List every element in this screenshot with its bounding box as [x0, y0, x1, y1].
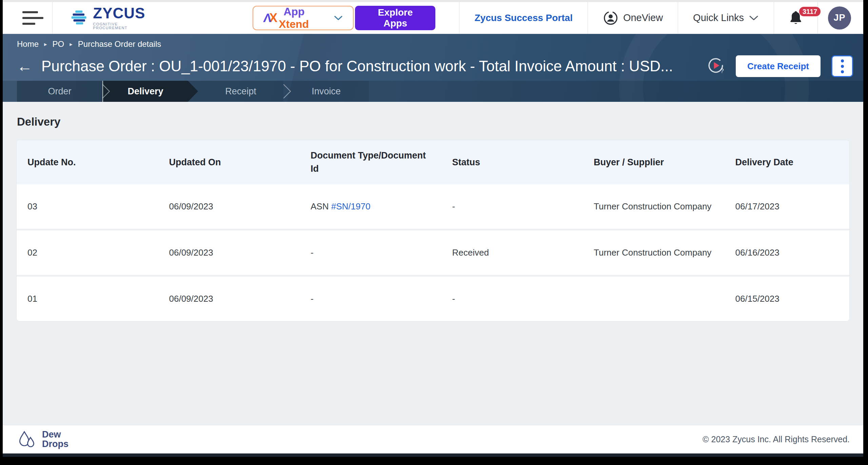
- oneview-icon: [603, 10, 618, 26]
- explore-apps-button[interactable]: Explore Apps: [355, 6, 435, 30]
- bottom-strip: [3, 453, 863, 457]
- video-tour-icon[interactable]: ?: [707, 56, 725, 76]
- col-document: Document Type/Document Id: [300, 140, 441, 184]
- po-title-row: ← Purchase Order : OU_1-001/23/1970 - PO…: [3, 49, 863, 80]
- cell-delivery-date: 06/16/2023: [725, 230, 849, 276]
- cell-updated-on: 06/09/2023: [158, 184, 300, 230]
- breadcrumb: Home ▸ PO ▸ Purchase Order details: [3, 34, 863, 49]
- success-portal-link[interactable]: Zycus Success Portal: [459, 2, 587, 34]
- dew-drops-icon: [17, 430, 37, 449]
- doc-type: -: [311, 247, 314, 258]
- cell-update-no: 01: [17, 276, 158, 321]
- appxtend-label-app: App: [283, 5, 304, 18]
- tab-order[interactable]: Order: [17, 81, 102, 102]
- delivery-table-card: Update No. Updated On Document Type/Docu…: [16, 140, 850, 321]
- notification-count-badge: 3117: [799, 7, 821, 16]
- nav-divider: [52, 2, 53, 34]
- quick-links-dropdown[interactable]: Quick Links: [678, 2, 774, 34]
- col-buyer-supplier: Buyer / Supplier: [583, 140, 725, 184]
- table-row: 03 06/09/2023 ASN #SN/1970 - Turner Cons…: [17, 184, 849, 230]
- svg-text:?: ?: [720, 68, 724, 74]
- zycus-logo[interactable]: ZYCUS COGNITIVE PROCUREMENT: [70, 6, 151, 30]
- cell-updated-on: 06/09/2023: [158, 230, 300, 276]
- cell-status: Received: [441, 230, 583, 276]
- table-row: 01 06/09/2023 - - 06/15/2023: [17, 276, 849, 321]
- top-nav: ZYCUS COGNITIVE PROCUREMENT ΛX App Xtend: [3, 0, 863, 34]
- create-receipt-button[interactable]: Create Receipt: [736, 55, 821, 77]
- breadcrumb-home[interactable]: Home: [17, 39, 39, 49]
- table-row: 02 06/09/2023 - Received Turner Construc…: [17, 230, 849, 276]
- breadcrumb-po[interactable]: PO: [53, 39, 64, 49]
- oneview-link[interactable]: OneView: [588, 2, 678, 34]
- nav-divider: [817, 2, 818, 34]
- col-updated-on: Updated On: [158, 140, 300, 184]
- chevron-down-icon: [334, 15, 343, 21]
- back-arrow-icon[interactable]: ←: [17, 58, 33, 74]
- cell-delivery-date: 06/15/2023: [725, 276, 849, 321]
- chevron-down-icon: [749, 15, 759, 21]
- cell-buyer-supplier: [583, 276, 725, 321]
- po-hero-banner: Home ▸ PO ▸ Purchase Order details ← Pur…: [3, 34, 863, 102]
- nav-right-group: Zycus Success Portal OneView Quick Links: [459, 2, 863, 34]
- more-actions-kebab-icon[interactable]: [831, 55, 853, 77]
- footer: Dew Drops © 2023 Zycus Inc. All Rights R…: [3, 425, 863, 453]
- appxtend-mark-icon: ΛX: [263, 11, 277, 25]
- cell-update-no: 02: [17, 230, 158, 276]
- cell-delivery-date: 06/17/2023: [725, 184, 849, 230]
- hamburger-menu-icon[interactable]: [3, 2, 52, 34]
- tab-receipt[interactable]: Receipt: [188, 81, 283, 102]
- dew-logo-line2: Drops: [42, 440, 68, 449]
- main-content: Delivery Update No. Updated On Document …: [3, 102, 863, 425]
- dew-logo-line1: Dew: [42, 430, 68, 440]
- doc-type: ASN: [311, 201, 329, 211]
- tab-invoice[interactable]: Invoice: [283, 81, 369, 102]
- breadcrumb-separator: ▸: [44, 41, 47, 48]
- zycus-mark-icon: [70, 8, 88, 27]
- user-avatar[interactable]: JP: [828, 6, 851, 30]
- logo-tagline: COGNITIVE PROCUREMENT: [93, 22, 151, 30]
- cell-status: -: [441, 184, 583, 230]
- delivery-table: Update No. Updated On Document Type/Docu…: [17, 140, 849, 321]
- appxtend-label-xtend: Xtend: [279, 18, 309, 30]
- col-update-no: Update No.: [17, 140, 158, 184]
- dew-drops-logo: Dew Drops: [17, 430, 68, 449]
- tab-delivery[interactable]: Delivery: [102, 81, 198, 102]
- breadcrumb-current: Purchase Order details: [78, 39, 161, 49]
- col-delivery-date: Delivery Date: [725, 140, 849, 184]
- appxtend-dropdown[interactable]: ΛX App Xtend: [253, 6, 354, 30]
- notifications-button[interactable]: 3117: [774, 2, 817, 34]
- cell-status: -: [441, 276, 583, 321]
- page-title: Purchase Order : OU_1-001/23/1970 - PO f…: [41, 58, 698, 75]
- po-tab-bar: Order Delivery Receipt Invoice: [3, 81, 863, 102]
- copyright-text: © 2023 Zycus Inc. All Rights Reserved.: [703, 434, 850, 444]
- cell-buyer-supplier: Turner Construction Company: [583, 230, 725, 276]
- cell-buyer-supplier: Turner Construction Company: [583, 184, 725, 230]
- logo-name: ZYCUS: [93, 6, 151, 21]
- doc-type: -: [311, 294, 314, 304]
- breadcrumb-separator: ▸: [70, 41, 73, 48]
- cell-update-no: 03: [17, 184, 158, 230]
- cell-document: -: [300, 276, 441, 321]
- section-title: Delivery: [17, 115, 863, 128]
- cell-updated-on: 06/09/2023: [158, 276, 300, 321]
- document-link[interactable]: #SN/1970: [331, 201, 371, 211]
- appxtend-group: ΛX App Xtend Explore Apps: [253, 6, 435, 30]
- cell-document: -: [300, 230, 441, 276]
- browser-frame: ZYCUS COGNITIVE PROCUREMENT ΛX App Xtend: [0, 0, 868, 465]
- app-window: ZYCUS COGNITIVE PROCUREMENT ΛX App Xtend: [3, 0, 863, 457]
- table-header-row: Update No. Updated On Document Type/Docu…: [17, 140, 849, 184]
- cell-document: ASN #SN/1970: [300, 184, 441, 230]
- col-status: Status: [441, 140, 583, 184]
